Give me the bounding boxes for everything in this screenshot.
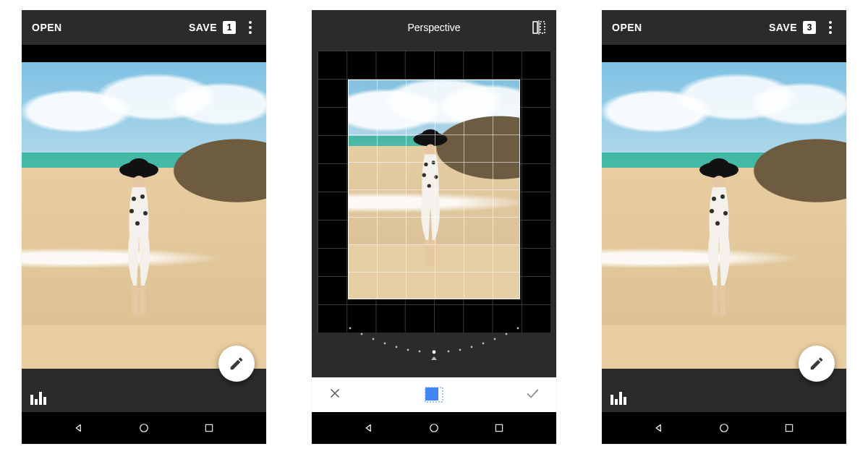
edit-fab[interactable] [218, 346, 255, 382]
svg-point-35 [471, 346, 473, 348]
histogram-icon[interactable] [610, 389, 629, 405]
tool-title: Perspective [407, 22, 460, 33]
svg-rect-43 [495, 424, 502, 431]
screen-home-before: OPEN SAVE 1 [22, 10, 266, 444]
dial-indicator-icon [431, 356, 437, 360]
save-count-badge[interactable]: 3 [803, 21, 816, 34]
nav-back-icon[interactable] [71, 420, 87, 436]
free-transform-mode[interactable] [423, 385, 445, 404]
perspective-actionbar [312, 377, 556, 412]
topbar: OPEN SAVE 3 [602, 10, 846, 45]
svg-rect-40 [425, 387, 438, 401]
svg-point-42 [430, 424, 438, 432]
svg-point-38 [506, 333, 508, 335]
screen-home-after: OPEN SAVE 3 [602, 10, 846, 444]
perspective-grid[interactable] [318, 51, 550, 333]
svg-rect-11 [205, 424, 212, 431]
svg-point-25 [349, 327, 352, 330]
rotation-dial[interactable] [312, 320, 556, 370]
histogram-icon[interactable] [30, 389, 49, 405]
svg-point-34 [459, 349, 461, 351]
svg-rect-55 [786, 424, 792, 431]
nav-back-icon[interactable] [361, 420, 377, 436]
svg-rect-13 [540, 22, 545, 33]
perspective-body [312, 45, 556, 412]
svg-point-29 [396, 346, 398, 348]
svg-point-32 [433, 351, 436, 354]
open-button[interactable]: OPEN [32, 22, 62, 33]
android-nav [602, 412, 846, 444]
pencil-icon [229, 356, 244, 372]
checkmark-icon [524, 385, 540, 401]
topbar: OPEN SAVE 1 [22, 10, 266, 45]
more-options-icon[interactable] [242, 19, 259, 36]
photo-canvas[interactable] [602, 45, 846, 412]
svg-point-33 [448, 351, 450, 353]
transformed-photo[interactable] [348, 80, 520, 299]
flip-icon[interactable] [530, 19, 548, 36]
svg-point-26 [361, 333, 363, 335]
nav-recent-icon[interactable] [491, 420, 507, 436]
save-button[interactable]: SAVE [769, 22, 797, 33]
svg-point-54 [720, 424, 728, 432]
svg-point-31 [419, 351, 421, 353]
svg-point-37 [494, 338, 496, 340]
nav-home-icon[interactable] [426, 420, 442, 436]
nav-home-icon[interactable] [716, 420, 732, 436]
svg-point-27 [373, 338, 375, 340]
svg-point-39 [517, 327, 519, 330]
open-button[interactable]: OPEN [612, 22, 642, 33]
edit-fab[interactable] [799, 346, 835, 382]
nav-recent-icon[interactable] [781, 420, 797, 436]
svg-point-10 [140, 424, 148, 432]
bounding-box-icon [423, 385, 445, 404]
nav-home-icon[interactable] [136, 420, 152, 436]
svg-point-28 [384, 343, 386, 345]
photo-canvas[interactable] [22, 45, 266, 412]
cancel-button[interactable] [328, 386, 342, 403]
more-options-icon[interactable] [822, 19, 839, 36]
apply-button[interactable] [524, 385, 540, 404]
nav-recent-icon[interactable] [201, 420, 217, 436]
save-count-badge[interactable]: 1 [223, 21, 236, 34]
save-button[interactable]: SAVE [189, 22, 217, 33]
nav-back-icon[interactable] [651, 420, 667, 436]
pencil-icon [809, 356, 825, 372]
perspective-topbar: Perspective [312, 10, 556, 45]
screen-perspective: Perspective [312, 10, 556, 444]
close-icon [328, 386, 342, 401]
svg-point-36 [482, 343, 485, 345]
android-nav [312, 412, 556, 444]
android-nav [22, 412, 266, 444]
svg-rect-12 [533, 22, 537, 33]
svg-point-30 [407, 349, 409, 351]
